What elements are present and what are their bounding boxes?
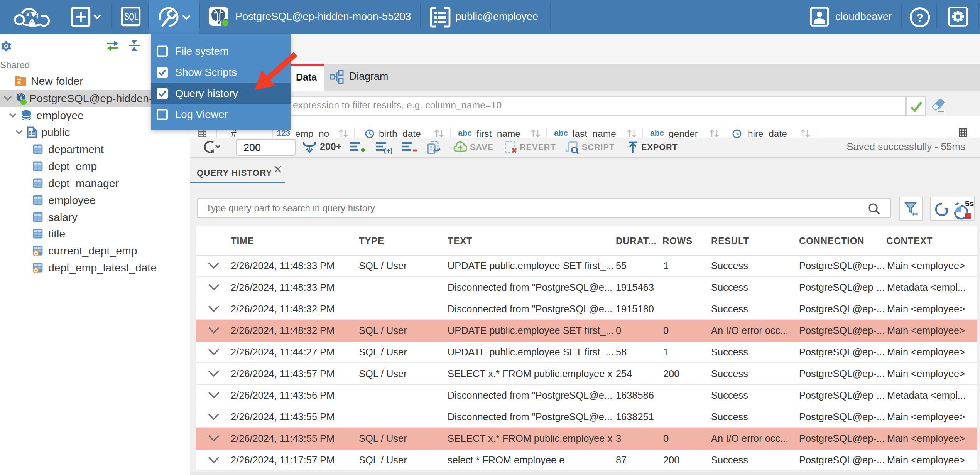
svg-text:5s: 5s (965, 199, 974, 208)
svg-text:(+): (+) (384, 147, 392, 154)
svg-text:?: ? (916, 11, 923, 24)
